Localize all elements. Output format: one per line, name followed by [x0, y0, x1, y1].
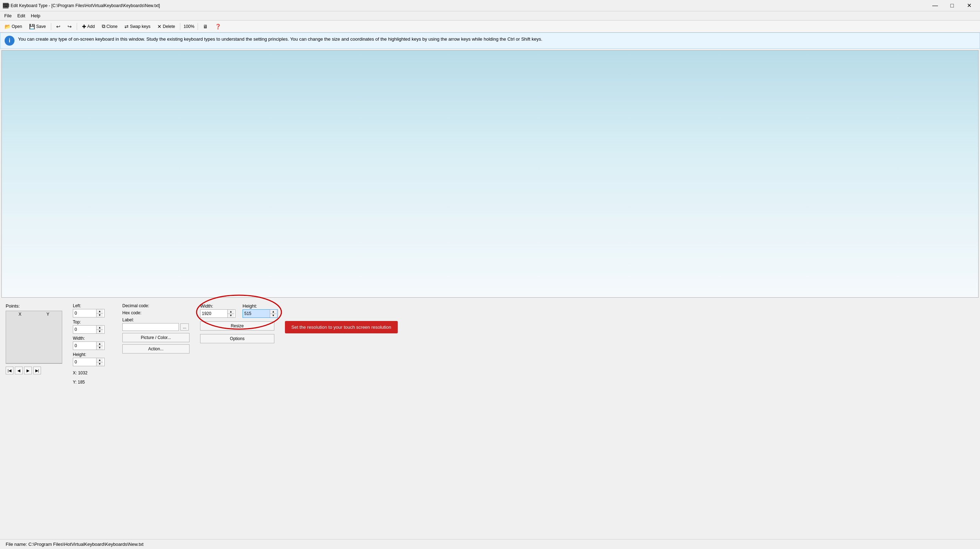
open-icon: 📂: [5, 24, 11, 29]
points-col-x: X: [6, 311, 34, 363]
menu-help[interactable]: Help: [28, 13, 43, 19]
nav-first-button[interactable]: |◀: [6, 367, 13, 374]
width-right-label: Width:: [200, 303, 235, 309]
width-left-coord-row: Width: ▲ ▼: [73, 336, 115, 350]
points-section: Points: X Y |◀ ◀ ▶ ▶|: [6, 303, 66, 374]
resize-button[interactable]: Resize: [200, 321, 274, 331]
left-input[interactable]: [73, 309, 96, 317]
toolbar-sep-4: [197, 23, 198, 30]
height-right-up-button[interactable]: ▲: [270, 310, 277, 313]
height-left-input[interactable]: [73, 358, 96, 366]
width-left-spinbox: ▲ ▼: [73, 342, 105, 350]
nav-forward-button[interactable]: ▶: [24, 367, 32, 374]
open-button[interactable]: 📂 Open: [2, 22, 25, 31]
width-right-input[interactable]: [200, 310, 228, 317]
points-nav: |◀ ◀ ▶ ▶|: [6, 367, 66, 374]
height-right-down-button[interactable]: ▼: [270, 313, 277, 317]
title-bar-controls: — □ ✕: [927, 0, 977, 11]
label-dots-button[interactable]: ...: [180, 323, 189, 331]
monitor-icon: 🖥: [203, 24, 208, 29]
width-right-spinbox-btns: ▲ ▼: [228, 310, 234, 317]
set-resolution-button[interactable]: Set the resolution to your touch screen …: [285, 321, 398, 333]
canvas-area: [2, 50, 978, 298]
width-left-up-button[interactable]: ▲: [97, 342, 103, 346]
width-right-up-button[interactable]: ▲: [228, 310, 234, 313]
code-section: Decimal code: Hex code: Label: ... Pictu…: [123, 303, 193, 353]
delete-label: Delete: [162, 24, 175, 29]
width-left-spinbox-btns: ▲ ▼: [96, 342, 103, 350]
height-right-input[interactable]: [243, 310, 270, 317]
undo-button[interactable]: ↩: [53, 22, 64, 31]
left-down-button[interactable]: ▼: [97, 313, 103, 317]
delete-icon: ✕: [158, 24, 162, 29]
nav-back-button[interactable]: ◀: [15, 367, 22, 374]
help-button[interactable]: ❓: [212, 22, 224, 31]
toolbar: 📂 Open 💾 Save ↩ ↪ ✚ Add ⧉ Clone ⇄ Swap k…: [0, 21, 980, 32]
bottom-panel: Points: X Y |◀ ◀ ▶ ▶| Left: ▲ ▼: [0, 299, 980, 549]
coords-section: Left: ▲ ▼ Top: ▲ ▼: [73, 303, 115, 385]
redo-button[interactable]: ↪: [64, 22, 75, 31]
maximize-button[interactable]: □: [944, 0, 960, 11]
decimal-row: Decimal code:: [123, 303, 193, 308]
width-right-spinbox: ▲ ▼: [200, 309, 235, 318]
swap-label: Swap keys: [130, 24, 150, 29]
minimize-button[interactable]: —: [927, 0, 943, 11]
monitor-button[interactable]: 🖥: [200, 22, 211, 31]
swap-icon: ⇄: [124, 24, 129, 29]
options-button[interactable]: Options: [200, 334, 274, 343]
wh-section-container: Width: ▲ ▼ Height: ▲: [200, 303, 278, 343]
width-right-down-button[interactable]: ▼: [228, 313, 234, 317]
points-label: Points:: [6, 303, 66, 309]
width-left-down-button[interactable]: ▼: [97, 346, 103, 350]
menu-edit[interactable]: Edit: [14, 13, 28, 19]
info-icon: i: [5, 36, 14, 46]
top-spinbox-btns: ▲ ▼: [96, 326, 103, 333]
swap-keys-button[interactable]: ⇄ Swap keys: [121, 22, 153, 31]
save-button[interactable]: 💾 Save: [26, 22, 49, 31]
info-text: You can create any type of on-screen key…: [18, 36, 542, 43]
undo-icon: ↩: [56, 24, 60, 29]
top-up-button[interactable]: ▲: [97, 326, 103, 329]
left-spinbox-btns: ▲ ▼: [96, 309, 103, 317]
height-left-coord-row: Height: ▲ ▼: [73, 352, 115, 366]
action-button[interactable]: Action...: [123, 344, 189, 353]
top-down-button[interactable]: ▼: [97, 329, 103, 333]
height-right-label: Height:: [242, 303, 278, 309]
height-left-down-button[interactable]: ▼: [97, 362, 103, 366]
wh-inputs-row: Width: ▲ ▼ Height: ▲: [200, 303, 278, 318]
save-icon: 💾: [29, 24, 35, 29]
props-row: Points: X Y |◀ ◀ ▶ ▶| Left: ▲ ▼: [0, 299, 980, 539]
height-left-spinbox: ▲ ▼: [73, 358, 105, 366]
width-left-input[interactable]: [73, 342, 96, 350]
left-up-button[interactable]: ▲: [97, 309, 103, 313]
toolbar-sep-2: [77, 23, 77, 30]
clone-button[interactable]: ⧉ Clone: [99, 22, 121, 31]
title-bar-text: Edit Keyboard Type - [C:\Program Files\H…: [11, 3, 160, 8]
points-col-y: Y: [34, 311, 62, 363]
app-icon: ⌨: [3, 3, 8, 8]
top-coord-row: Top: ▲ ▼: [73, 320, 115, 334]
height-right-spinbox-btns: ▲ ▼: [270, 310, 277, 317]
width-right-group: Width: ▲ ▼: [200, 303, 235, 318]
picture-color-button[interactable]: Picture / Color...: [123, 333, 189, 342]
label-input[interactable]: [123, 323, 179, 331]
top-spinbox: ▲ ▼: [73, 325, 105, 334]
add-icon: ✚: [82, 24, 86, 29]
clone-label: Clone: [107, 24, 118, 29]
hex-row: Hex code:: [123, 310, 193, 315]
height-right-group: Height: ▲ ▼: [242, 303, 278, 318]
nav-last-button[interactable]: ▶|: [33, 367, 41, 374]
top-input[interactable]: [73, 326, 96, 333]
redo-icon: ↪: [67, 24, 72, 29]
height-left-up-button[interactable]: ▲: [97, 358, 103, 362]
menu-file[interactable]: File: [2, 13, 14, 19]
toolbar-sep-1: [51, 23, 51, 30]
add-button[interactable]: ✚ Add: [79, 22, 98, 31]
decimal-label: Decimal code:: [123, 303, 193, 308]
add-label: Add: [88, 24, 95, 29]
delete-button[interactable]: ✕ Delete: [154, 22, 178, 31]
close-button[interactable]: ✕: [961, 0, 977, 11]
info-bar: i You can create any type of on-screen k…: [0, 32, 980, 49]
toolbar-sep-3: [180, 23, 180, 30]
title-bar: ⌨ Edit Keyboard Type - [C:\Program Files…: [0, 0, 980, 11]
